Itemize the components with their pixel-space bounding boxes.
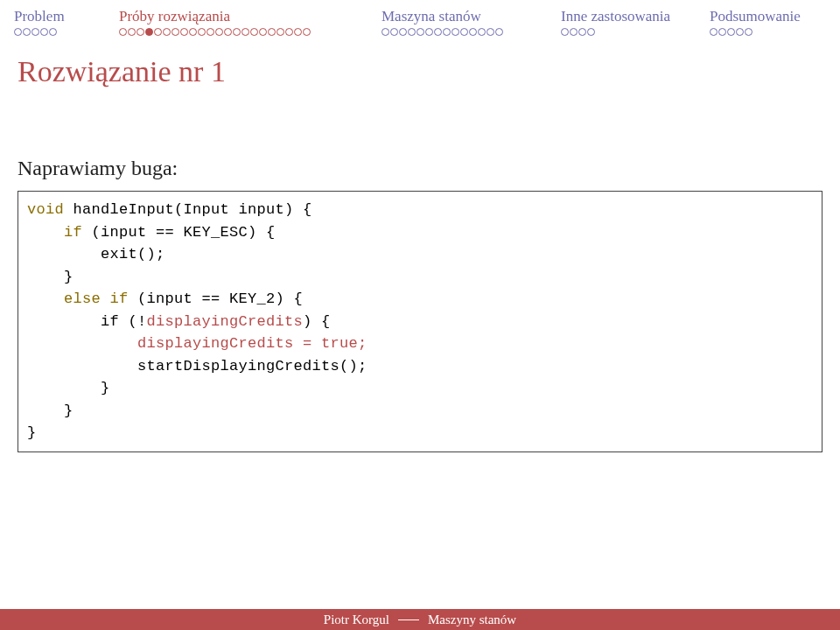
code-highlight: ; [358,335,368,352]
nav-item-problem: Problem [14,7,119,36]
code-highlight: displayingCredits [147,313,304,330]
footer-author: Piotr Korgul [324,612,389,627]
code-text [27,335,137,352]
progress-dots [710,28,753,36]
code-text: exit(); [27,246,165,262]
progress-dots [561,28,596,36]
nav-label: Podsumowanie [710,7,801,26]
slide-subhead: Naprawiamy buga: [18,157,822,180]
code-text: ) { [303,313,331,330]
nav-label: Inne zastosowania [561,7,670,26]
code-text: } [27,402,74,419]
code-keyword: if [27,224,82,241]
code-text: } [27,424,37,441]
code-text: handleInput(Input input) { [64,201,312,218]
section-nav: Problem Próby rozwiązania Maszyna stanów… [0,0,840,36]
code-highlight: displayingCredits = [137,335,321,352]
footer-separator [398,620,419,620]
nav-item-proby: Próby rozwiązania [119,7,382,36]
nav-item-podsumowanie: Podsumowanie [710,7,823,36]
code-text: } [27,380,110,396]
slide-footer: Piotr Korgul Maszyny stanów [0,609,840,630]
code-highlight: true [321,335,358,352]
nav-label: Problem [14,7,65,26]
nav-label: Maszyna stanów [382,7,481,26]
slide-title: Rozwiązanie nr 1 [0,36,840,95]
nav-label: Próby rozwiązania [119,7,230,26]
slide-content: Naprawiamy buga: void handleInput(Input … [0,95,840,452]
code-keyword: else if [27,290,129,307]
nav-item-maszyna: Maszyna stanów [382,7,561,36]
code-text: (input == KEY_ESC) { [82,224,276,241]
code-keyword: void [27,201,64,218]
progress-dots [382,28,504,36]
footer-talk: Maszyny stanów [428,612,516,627]
code-text: if (! [27,313,147,330]
code-listing: void handleInput(Input input) { if (inpu… [18,191,822,452]
progress-dots [119,28,312,36]
progress-dots [14,28,58,36]
code-text: startDisplayingCredits(); [27,358,368,374]
code-text: } [27,269,74,285]
nav-item-inne: Inne zastosowania [561,7,710,36]
code-text: (input == KEY_2) { [129,290,304,307]
